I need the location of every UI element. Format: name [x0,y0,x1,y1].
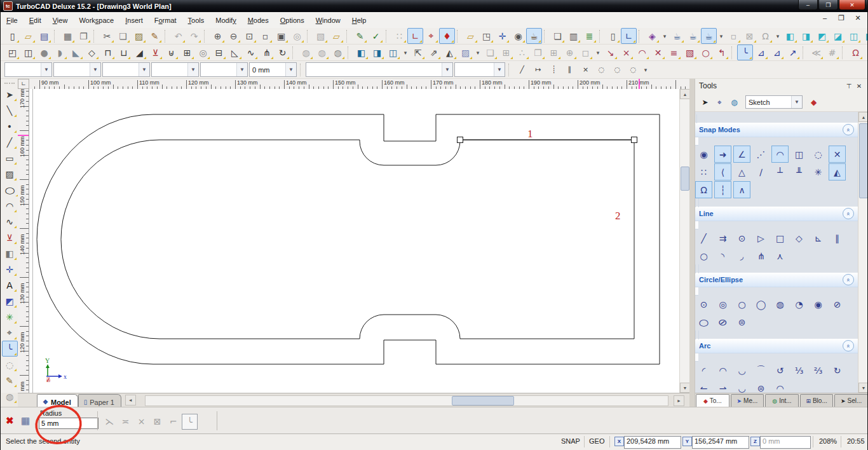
canvas-vertical-scrollbar[interactable]: ▲ ▼ [679,89,689,393]
extrude-button[interactable]: ⊎ [163,44,179,60]
property-combobox-2[interactable]: ▼ [53,62,101,77]
sheet-tab-paper1[interactable]: ▯Paper 1 [78,394,121,408]
line-from-center-button[interactable]: ⊙ [733,229,750,247]
open-button[interactable]: ▱ [20,28,36,44]
arc-rotated-button[interactable]: ⊜ [752,379,770,393]
grid-toggle-button[interactable]: ∷ [391,28,407,44]
multiline-button[interactable]: ⇉ [714,229,731,247]
edit-segment-tool[interactable]: ╲ [2,102,18,118]
poly-3d-button[interactable]: ◺ [227,44,243,60]
property-combobox-6[interactable]: 0 mm▼ [249,62,297,77]
chevron-down-icon[interactable]: ▼ [139,63,149,76]
chevron-down-icon[interactable]: ▼ [494,63,505,76]
snap-nearest-button[interactable]: ◭ [829,163,846,181]
cone-button[interactable]: ◣ [68,44,84,60]
drawing-canvas[interactable]: 1 2 Y x Z [29,89,679,393]
extend-button[interactable]: ↗ [785,44,801,60]
wedge-button[interactable]: ◢ [132,44,147,60]
cross-trim-button[interactable]: × [618,44,634,60]
style-combobox[interactable]: Sketch ▼ [745,95,803,109]
overflow-icon[interactable]: ▾ [641,62,650,78]
hatch-tool[interactable]: ▨ [2,166,18,182]
circle-tangent-3-button[interactable]: ◔ [790,296,808,313]
zoom-extents-button[interactable]: ▫ [257,28,273,44]
hemisphere-button[interactable]: ◗ [52,44,68,60]
bool-union-button[interactable]: ◧ [353,44,369,60]
array-radial-button[interactable]: ∴ [514,44,530,60]
ellipse-fixed-ratio-button[interactable]: ⊜ [733,313,750,331]
arc-tangent-line-button[interactable]: ↼ [695,379,712,393]
snap-tangent-button[interactable]: ∕ [752,163,770,181]
arc-tangent-button[interactable]: ↺ [771,362,789,379]
menu-help[interactable]: Help [346,14,372,27]
camera-button[interactable]: ◉ [510,28,526,44]
palette-colors-button[interactable]: ≣ [581,28,597,44]
box-3d-button[interactable]: ◫ [20,44,36,60]
spell-check-button[interactable]: ✓ [368,28,384,44]
render-advanced-button[interactable]: ☕ [701,28,717,44]
circle-edit-button[interactable]: ○ [698,44,714,60]
zoom-selection-button[interactable]: ▣ [273,28,289,44]
perpendicular-line-button[interactable]: ⊾ [810,229,827,247]
revolve-button[interactable]: ↻ [275,44,290,60]
arc-center-start-end-button[interactable]: ◜ [695,362,712,379]
hatch-button[interactable]: ▧ [682,44,698,60]
circle-2-point-button[interactable]: ○ [733,296,750,313]
scroll-up-button[interactable]: ▲ [680,89,690,99]
chevron-down-icon[interactable]: ▼ [236,63,247,76]
zoom-out-button[interactable]: ⊖ [226,28,241,44]
scroll-right-button[interactable]: ► [674,395,684,406]
help-book-button[interactable]: ◈ [644,28,660,44]
snap-indicator[interactable]: SNAP [561,437,580,445]
connect-lines-button[interactable]: ⋋ [102,414,117,428]
z-coordinate-field[interactable]: 0 mm [760,436,811,449]
outer-profile[interactable] [37,114,660,364]
zoom-in-button[interactable]: ⊕ [210,28,226,44]
property-combobox-3[interactable]: ▼ [102,62,150,77]
view-right-button[interactable]: ◪ [830,28,846,44]
menu-window[interactable]: Window [310,14,346,27]
ruler-origin-button[interactable]: ∟ [18,79,29,89]
palette-tab-sel[interactable]: ➤Sel... [834,394,868,407]
canvas-horizontal-scrollbar[interactable] [145,395,668,406]
circle-concentric-button[interactable]: ◎ [714,296,731,313]
scroll-down-button[interactable]: ▼ [680,383,690,393]
arc-1-2-3-button[interactable]: ⅓ [790,362,808,379]
fillet-button[interactable]: ╰ [737,44,753,60]
sheet-tab-model[interactable]: ❖Model [37,394,78,408]
palette-tab-int[interactable]: ◍Int... [765,394,799,407]
import-file-button[interactable]: ▱ [329,28,344,44]
tangent-to-circle-button[interactable]: ○ [695,247,712,264]
connect-parallel-button[interactable]: ≍ [118,414,133,428]
view-left-button[interactable]: ◩ [814,28,830,44]
view-front-button[interactable]: ◧ [782,28,798,44]
sel-intersect-button[interactable]: × [578,62,593,78]
menu-workspace[interactable]: Workspace [73,14,119,27]
point-tool[interactable]: • [2,118,18,134]
ucs-toggle-button[interactable]: ∟ [621,28,637,44]
inner-profile[interactable] [61,140,634,339]
snap-3d-vertex-button[interactable]: ◫ [790,146,808,163]
save-button[interactable]: ▤ [36,28,52,44]
sel-vertical-button[interactable]: ┊ [546,62,562,78]
snap-quadrant-button[interactable]: ✳ [810,163,827,181]
array-mirror-button[interactable]: ❐ [530,44,546,60]
pan-button[interactable]: ✛ [494,28,510,44]
fields-table-icon[interactable]: ▦ [21,415,30,426]
array-fit-button[interactable]: ⊞ [546,44,562,60]
cylinder-button[interactable]: ⊓ [100,44,116,60]
arc-start-included-button[interactable]: ◡ [733,362,750,379]
palette-tab-me[interactable]: ➤Me... [731,394,764,407]
shade-1-button[interactable]: ◍ [298,44,314,60]
snap-to-point-button[interactable]: ➜ [714,146,731,163]
menu-modes[interactable]: Modes [242,14,275,27]
insert-table-button[interactable]: ▥ [566,28,581,44]
bool-intersect-button[interactable]: ◫ [385,44,401,60]
chevron-down-icon[interactable]: ▼ [791,96,802,108]
arc-tangent-point-button[interactable]: ⇀ [714,379,731,393]
menu-view[interactable]: View [47,14,74,27]
collapse-chevron-icon[interactable]: « [843,124,854,135]
circle-rotated-button[interactable]: ◉ [810,296,827,313]
chevron-down-icon[interactable]: ▼ [187,63,198,76]
coordinate-axes-button[interactable]: ∟ [407,28,423,44]
